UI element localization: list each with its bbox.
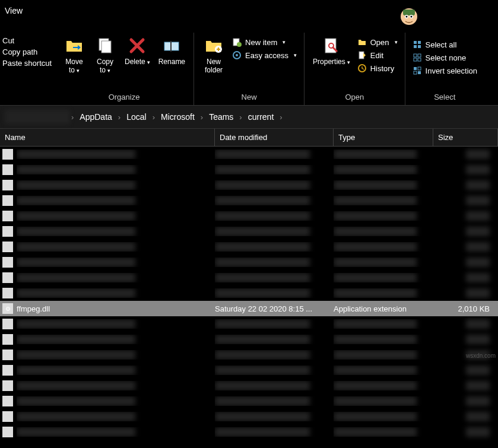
file-row[interactable] — [0, 424, 498, 440]
file-row[interactable] — [0, 347, 498, 363]
dll-file-icon: ⚙ — [2, 303, 13, 314]
chevron-right-icon[interactable]: › — [117, 113, 122, 122]
file-row[interactable] — [0, 270, 498, 285]
file-icon — [2, 195, 13, 206]
file-type: Application extension — [334, 304, 433, 313]
column-name[interactable]: Name — [0, 129, 215, 146]
view-tab[interactable]: View — [5, 6, 23, 15]
open-icon — [357, 37, 367, 47]
new-label: New — [199, 90, 299, 104]
properties-button[interactable]: Properties▾ — [309, 34, 354, 68]
svg-rect-23 — [414, 54, 417, 57]
file-name: ffmpeg.dll — [17, 304, 215, 313]
open-button[interactable]: Open▾ — [355, 36, 400, 48]
file-icon — [2, 288, 13, 298]
cut-button[interactable]: Cut — [0, 35, 55, 46]
file-date: Saturday 22 02 2020 8:15 ... — [215, 304, 334, 313]
edit-button[interactable]: Edit — [355, 49, 400, 61]
history-button[interactable]: History — [355, 62, 400, 74]
new-item-button[interactable]: New item▾ — [230, 36, 299, 48]
new-section: New folder New item▾ Easy access▾ New — [194, 33, 304, 105]
svg-point-14 — [236, 54, 238, 56]
svg-rect-22 — [418, 45, 421, 48]
file-row[interactable] — [0, 239, 498, 255]
titlebar: View — [0, 0, 498, 33]
svg-rect-29 — [414, 71, 417, 74]
column-date[interactable]: Date modified — [215, 129, 334, 146]
file-icon — [2, 411, 13, 422]
move-to-button[interactable]: Move to▾ — [59, 34, 89, 77]
easy-access-button[interactable]: Easy access▾ — [230, 49, 299, 61]
breadcrumb-local[interactable]: Local — [122, 112, 151, 122]
svg-rect-24 — [418, 54, 421, 57]
file-row[interactable] — [0, 162, 498, 177]
svg-rect-7 — [101, 41, 111, 53]
chevron-right-icon[interactable]: › — [238, 113, 243, 122]
file-row[interactable] — [0, 193, 498, 208]
delete-x-icon — [128, 36, 147, 55]
column-size[interactable]: Size — [433, 129, 498, 146]
copy-to-button[interactable]: Copy to▾ — [90, 34, 120, 77]
file-icon — [2, 257, 13, 268]
copy-icon — [96, 36, 115, 55]
breadcrumb-teams[interactable]: Teams — [204, 112, 238, 122]
invert-icon — [413, 66, 422, 75]
ribbon: Cut Copy path Paste shortcut Move to▾ Co… — [0, 33, 498, 105]
chevron-right-icon[interactable]: › — [70, 113, 75, 122]
svg-rect-20 — [418, 41, 421, 44]
open-label: Open — [309, 90, 400, 104]
file-row[interactable] — [0, 147, 498, 162]
file-row[interactable] — [0, 208, 498, 224]
watermark: wsxdn.com — [466, 352, 496, 359]
select-all-icon — [413, 40, 422, 49]
select-all-button[interactable]: Select all — [410, 39, 480, 50]
breadcrumb-appdata[interactable]: AppData — [75, 112, 116, 122]
chevron-right-icon[interactable]: › — [151, 113, 156, 122]
new-folder-button[interactable]: New folder — [199, 34, 229, 77]
mascot-icon — [397, 5, 421, 28]
chevron-right-icon[interactable]: › — [278, 113, 283, 122]
new-item-icon — [232, 37, 242, 47]
svg-point-4 — [406, 16, 408, 18]
organize-section: Move to▾ Copy to▾ Delete▾ Rename — [55, 33, 194, 105]
organize-label: Organize — [59, 90, 189, 104]
svg-rect-25 — [414, 58, 417, 61]
open-section: Properties▾ Open▾ Edit History Open — [304, 33, 405, 105]
file-icon — [2, 427, 13, 437]
select-none-button[interactable]: Select none — [410, 52, 480, 63]
invert-selection-button[interactable]: Invert selection — [410, 65, 480, 77]
file-row[interactable] — [0, 378, 498, 393]
chevron-right-icon[interactable]: › — [199, 113, 204, 122]
file-row[interactable] — [0, 177, 498, 193]
file-row[interactable] — [0, 363, 498, 378]
file-row-selected[interactable]: ⚙ ffmpeg.dll Saturday 22 02 2020 8:15 ..… — [0, 301, 498, 316]
file-icon — [2, 242, 13, 252]
file-row[interactable] — [0, 255, 498, 270]
folder-move-icon — [65, 36, 84, 55]
edit-icon — [357, 50, 367, 60]
rename-button[interactable]: Rename — [155, 34, 189, 68]
svg-rect-30 — [418, 71, 421, 74]
file-icon — [2, 319, 13, 329]
file-row[interactable] — [0, 224, 498, 239]
file-icon — [2, 226, 13, 237]
file-list[interactable]: ⚙ ffmpeg.dll Saturday 22 02 2020 8:15 ..… — [0, 147, 498, 448]
file-row[interactable] — [0, 332, 498, 347]
file-icon — [2, 211, 13, 221]
breadcrumb-current[interactable]: current — [243, 112, 279, 122]
file-row[interactable] — [0, 393, 498, 409]
file-row[interactable] — [0, 316, 498, 332]
copy-path-button[interactable]: Copy path — [0, 46, 55, 58]
easy-access-icon — [232, 50, 242, 60]
file-icon — [2, 180, 13, 190]
breadcrumb[interactable]: › AppData › Local › Microsoft › Teams › … — [0, 105, 498, 129]
svg-rect-15 — [325, 39, 336, 53]
breadcrumb-microsoft[interactable]: Microsoft — [156, 112, 199, 122]
delete-button[interactable]: Delete▾ — [121, 34, 154, 68]
breadcrumb-user[interactable] — [5, 110, 70, 124]
file-row[interactable] — [0, 285, 498, 301]
file-row[interactable] — [0, 409, 498, 424]
column-type[interactable]: Type — [334, 129, 433, 146]
svg-rect-26 — [418, 58, 421, 61]
paste-shortcut-button[interactable]: Paste shortcut — [0, 58, 55, 69]
